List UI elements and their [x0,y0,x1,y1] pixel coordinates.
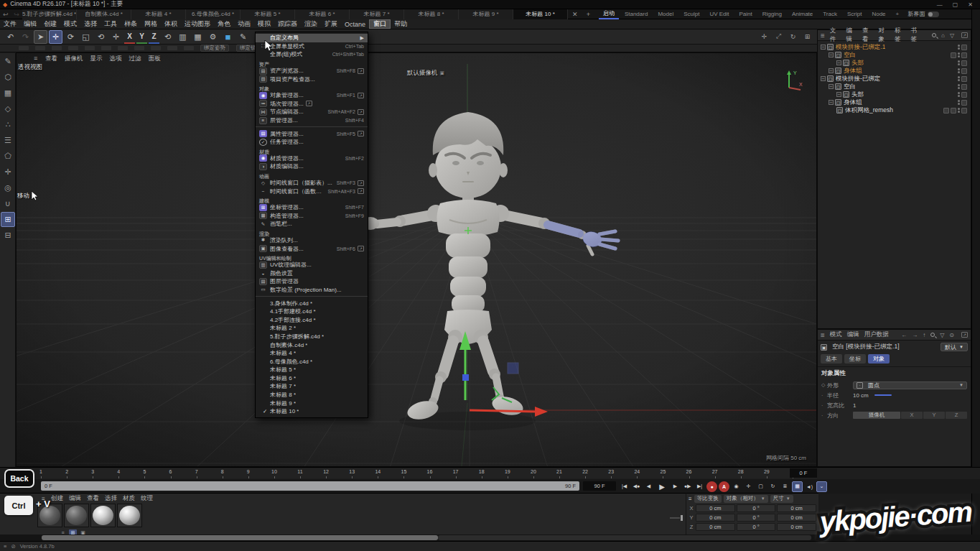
layout-tab-启动[interactable]: 启动 [599,9,619,19]
lock-icon[interactable]: ⊙ [949,332,954,338]
material-thumb-2[interactable] [64,504,89,527]
menu-运动图形[interactable]: 运动图形 [181,19,214,29]
menu-体积[interactable]: 体积 [161,19,181,29]
redo-icon[interactable]: ↷ [19,30,32,44]
layout-tab-paint[interactable]: Paint [735,9,757,19]
menu-item[interactable]: ✓未标题 10 * [256,407,368,416]
attribute-value[interactable]: 10 cm [853,392,869,399]
maximize-button[interactable]: ▢ [953,1,958,8]
gizmo-z-handle[interactable] [462,374,469,381]
segment-Z[interactable]: Z [946,412,967,419]
render-view-icon[interactable]: ▥ [176,30,190,44]
tree-row[interactable]: –▢身体组 [819,98,969,106]
rotate-view-icon[interactable]: ↻ [788,31,798,42]
menu-跟踪器[interactable]: 跟踪器 [274,19,301,29]
viewport-menu-查看[interactable]: 查看 [45,55,57,63]
gizmo-x-arrow[interactable] [470,410,535,412]
menu-item[interactable]: 5.鞋子步骤拆解.c4d * [256,333,368,341]
primitive-cube-icon[interactable]: ■ [221,30,235,44]
polygons-mode-button[interactable]: ⬠ [1,149,15,164]
menu-item[interactable]: ◉材质管理器...Shift+F2 [256,154,368,163]
home-icon[interactable]: ⌂ [941,32,945,39]
solo-button[interactable]: ⌄ [816,481,827,492]
visibility-dots[interactable] [958,84,960,89]
doc-tab[interactable]: 未标题 9 * [459,9,513,19]
layout-tab-track[interactable]: Track [818,9,841,19]
range-start-handle[interactable]: 0 F [45,483,52,489]
doc-tab[interactable]: 未标题 4 * [131,9,186,19]
expander-icon[interactable]: – [829,100,834,105]
tree-row[interactable]: ▢体积网格_remesh [819,106,969,114]
doc-tab[interactable]: 未标题 5 * [241,9,295,19]
record-rotation-button[interactable]: ↻ [767,481,778,492]
rotation-field[interactable]: 0 ° [737,504,776,512]
attribute-tab-基本[interactable]: 基本 [821,354,842,364]
position-field[interactable]: 0 cm [696,523,735,531]
character-model[interactable] [354,112,618,422]
viewport-menu-选项[interactable]: 选项 [110,55,122,63]
menu-Octane[interactable]: Octane [341,19,369,29]
menu-工具[interactable]: 工具 [101,19,121,29]
menu-item[interactable]: ◇时间线窗口（摄影表）...Shift+F3↗ [256,179,368,187]
close-tab-button[interactable]: ✕ [568,11,582,18]
menu-item[interactable]: ⋈节点编辑器...Shift+Alt+F2↗ [256,108,368,116]
expander-icon[interactable]: – [829,84,834,89]
enable-axis-button[interactable]: ✛ [1,165,15,180]
menu-item[interactable]: ~时间线窗口（函数曲线）...Shift+Alt+F3↗ [256,187,368,195]
quantize-button[interactable]: ⊞ [1,212,15,227]
segment-Y[interactable]: Y [923,412,945,419]
tree-row[interactable]: –▢空白 [819,51,969,59]
preset-dropdown[interactable]: 默认▼ [941,343,968,351]
object-tag-icon[interactable] [951,52,956,58]
attribute-tab-对象[interactable]: 对象 [868,354,890,364]
ik-handle-blue[interactable] [508,363,518,374]
menu-创建[interactable]: 创建 [40,19,60,29]
om-menu-文件[interactable]: 文件 [830,27,841,44]
coord-button-等比变换[interactable]: 等比变换 [694,495,722,503]
tree-row[interactable]: –▢身体组 [819,67,969,75]
model-mode-button[interactable]: ⬡ [1,70,15,85]
filter-icon[interactable]: ▽ [950,32,954,39]
size-field[interactable]: 0 cm [777,523,816,531]
layout-tab-sculpt[interactable]: Sculpt [679,9,704,19]
tree-row[interactable]: –▢头部 [819,59,969,67]
scrollbar-thumb[interactable] [42,535,438,540]
menu-item[interactable]: 4.1手部建模.c4d * [256,307,368,316]
coord-button-尺寸[interactable]: 尺寸▼ [770,495,793,503]
menu-item[interactable]: ✎画笔栏... [256,220,368,228]
om-menu-标签[interactable]: 标签 [895,27,906,44]
mat-menu-纹理[interactable]: 纹理 [141,494,153,503]
menu-扩展[interactable]: 扩展 [321,19,341,29]
enable-toggle[interactable] [961,45,967,50]
viewport-menu-显示[interactable]: 显示 [90,55,103,63]
mat-menu-材质[interactable]: 材质 [123,494,135,503]
rotation-field[interactable]: 0 ° [737,523,776,531]
filter-icon[interactable]: ▽ [940,332,944,338]
lock-x-axis[interactable]: X [124,30,135,44]
menu-item[interactable]: ◉对象管理器...Shift+F1↗ [256,91,368,100]
mini-tool-icon[interactable] [19,46,29,50]
segment-X[interactable]: X [901,412,923,419]
menu-样条[interactable]: 样条 [121,19,141,29]
last-tool-icon[interactable]: ⟲ [94,30,108,44]
menu-item[interactable]: ▦构造管理器...Shift+F9 [256,212,368,221]
enable-toggle[interactable] [961,84,967,90]
position-field[interactable]: 0 cm [696,504,735,512]
record-pla-button[interactable]: ▦ [792,481,803,492]
mini-tool-icon[interactable] [35,46,45,50]
zoom-view-icon[interactable]: ⤢ [773,31,784,42]
attribute-tab-坐标[interactable]: 坐标 [844,354,866,364]
edges-mode-button[interactable]: ☰ [1,133,15,148]
doc-tab[interactable]: 6.母像颜色.c4d * [186,9,241,19]
visibility-dots[interactable] [958,108,960,113]
enable-toggle[interactable] [961,108,967,114]
doc-tab[interactable]: 未标题 8 * [404,9,459,19]
range-end-handle[interactable]: 90 F [565,483,576,489]
menu-item[interactable]: ▭数字绘景 (Projection Man)... [256,286,368,295]
mat-menu-选择[interactable]: 选择 [105,494,117,503]
close-button[interactable]: ✕ [968,1,973,8]
menu-item[interactable]: ≡层管理器...Shift+F4 [256,116,368,125]
enable-toggle[interactable] [961,92,967,98]
next-frame-button[interactable]: ▶ [670,481,681,492]
visibility-dots[interactable] [958,100,960,105]
